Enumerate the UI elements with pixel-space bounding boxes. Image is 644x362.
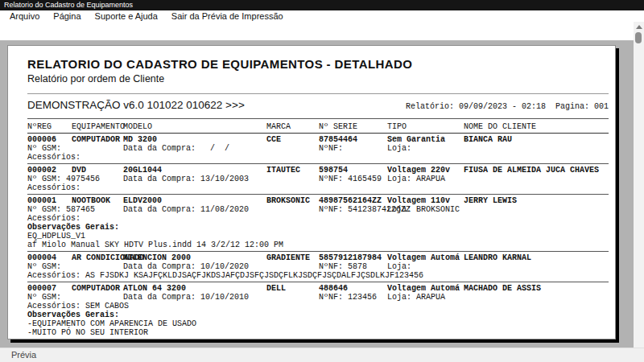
record-field: NºNF: 123456 [319,293,377,302]
record-field: NOOTBOOK [72,196,110,205]
record-field: Nº GSM: 587465 [27,205,95,214]
record-line: Acessórios: [27,183,609,192]
record-field: Loja: ARAPUA [387,175,445,183]
record-field: Loja: [387,144,411,153]
record-field: Loja: [387,262,411,271]
record-field: 87854464 [319,135,357,144]
record-field: DVD [72,166,86,175]
record-field: LEANDRO KARNAL [464,253,531,262]
record-field: FIUSA DE ALMEIDA JUCA CHAVES [464,166,599,175]
col-header-serie: Nº SERIE [319,122,357,131]
record-field: -EQUIPAMENTO COM APARENCIA DE USADO [27,319,196,328]
record-field: ATLON 64 3200 [123,284,186,293]
record-field: 5857912187984 [319,253,382,262]
record-line: 000006COMPUTADORMD 3200CCE87854464Sem Ga… [27,135,609,144]
record-line: Observações Gerais: [27,311,609,319]
col-header-reg: NºREG [27,122,52,131]
record-line: Acessórios: AS FJSDKJ KSAJFÇKLDJSAÇFJKDS… [27,271,609,280]
record-field: 48987562164ZZ [319,196,382,205]
window-titlebar: Relatorio do Cadastro de Equipamentos [0,0,644,10]
record-field: 000001 [27,196,56,205]
record-field: 000004 [27,253,56,262]
record-field: COMPUTADOR [72,135,120,144]
record-line: 000007COMPUTADORATLON 64 3200DELL488646V… [27,284,609,293]
col-header-equipamento: EQUIPAMENTO [72,122,125,131]
vertical-scrollbar[interactable] [634,22,644,348]
record-field: Data da Compra: 10/10/2010 [123,293,249,302]
record-field: Nº GSM: [27,293,61,302]
record-line: Nº GSM:Data da Compra: 10/10/2010NºNF: 1… [27,293,609,302]
record-field: NºNF: 5878 [319,262,367,271]
record-field: Data da Compra: 13/10/2003 [123,175,249,183]
record-field: GRADIENTE [266,253,310,262]
record-field: 000002 [27,166,56,175]
record-field: Data da Compra: / / [123,144,229,153]
record-field: XILENCION 2000 [123,253,191,262]
record-field: Nº GSM: [27,262,61,271]
record-field: Nº GSM: [27,144,61,153]
status-bar: Prévia [0,348,644,362]
toolbar: ✕ 1 Nº Zoom Nº da Página: Número Página:… [0,22,644,41]
record-field: ITAUTEC [266,166,300,175]
record-field: DELL [266,284,286,293]
record-field: 488646 [319,284,348,293]
scrollbar-thumb[interactable] [635,32,642,43]
record-line: Acessórios: [27,214,609,223]
demo-version-line: DEMONSTRAÇÃO v6.0 101022 010622 >>> [27,99,245,111]
menu-item-arquivo[interactable]: Arquivo [10,11,39,21]
record-row: 000004AR CONDICIONADOXILENCION 2000GRADI… [27,252,609,282]
record-line: Nº GSM: 587465Data da Compra: 11/08/2020… [27,205,609,214]
records-list: 000006COMPUTADORMD 3200CCE87854464Sem Ga… [27,133,609,339]
preview-pane: RELATORIO DO CADASTRO DE EQUIPAMENTOS - … [0,41,634,348]
record-field: 598754 [319,166,348,175]
col-header-cliente: NOME DO CLIENTE [464,122,536,131]
record-field: Nº GSM: 4975456 [27,175,100,183]
menu-item-pagina[interactable]: Página [53,11,80,21]
record-row: 000007COMPUTADORATLON 64 3200DELL488646V… [27,282,609,339]
col-header-tipo: TIPO [387,122,407,131]
menu-bar: Arquivo Página Suporte e Ajuda Sair da P… [0,10,644,22]
record-field: CCE [266,135,281,144]
report-subtitle: Relatório por ordem de Cliente [27,73,164,84]
record-line: 000002DVD20GL1044ITAUTEC598754Voltagem 2… [27,166,609,175]
record-field: COMPUTADOR [72,284,120,293]
record-line: 000001NOOTBOOKELDV2000BROKSONIC489875621… [27,196,609,205]
record-field: EQ_HDPLUS_V1 [27,232,85,241]
record-field: Acessórios: SEM CABOS [27,302,129,311]
record-line: EQ_HDPLUS_V1 [27,232,609,241]
scroll-up-icon[interactable] [636,25,642,29]
record-field: 20GL1044 [123,166,162,175]
report-title: RELATORIO DO CADASTRO DE EQUIPAMENTOS - … [27,57,412,71]
window-title: Relatorio do Cadastro de Equipamentos [4,1,133,9]
menu-item-suporte[interactable]: Suporte e Ajuda [95,11,158,21]
record-field: Observações Gerais: [27,311,119,319]
menu-item-sair-previa[interactable]: Sair da Prévia de Impressão [171,11,283,21]
record-line: Observações Gerais: [27,223,609,232]
table-header: NºREG EQUIPAMENTO MODELO MARCA Nº SERIE … [27,122,609,131]
record-field: NºNF: [319,144,343,153]
record-field: Observações Gerais: [27,223,119,232]
record-line: -MUITO PÓ NO SEU INTERIOR [27,328,609,337]
record-line: Acessórios: SEM CABOS [27,302,609,311]
record-field: Loja: BROKSONIC [387,205,460,214]
record-row: 000001NOOTBOOKELDV2000BROKSONIC489875621… [27,195,609,252]
record-field: Acessórios: [27,153,80,162]
record-row: 000006COMPUTADORMD 3200CCE87854464Sem Ga… [27,134,609,164]
record-field: Voltagem 220v [387,166,450,175]
col-header-modelo: MODELO [123,122,152,131]
record-line: 000004AR CONDICIONADOXILENCION 2000GRADI… [27,253,609,262]
record-field: Data da Compra: 10/10/2020 [123,262,249,271]
divider [27,118,609,119]
record-field: Loja: ARAPUA [387,293,445,302]
record-line: af Miolo Manual SKY HDTV Plus.indd 14 3/… [27,241,609,249]
record-field: Voltagem 110v [387,196,450,205]
report-meta-line: Relatório: 09/09/2023 - 02:18 Pagina: 00… [406,102,609,111]
record-field: Acessórios: AS FJSDKJ KSAJFÇKLDJSAÇFJKDS… [27,271,423,280]
record-field: Acessórios: [27,183,80,192]
record-field: 000007 [27,284,56,293]
record-line: -EQUIPAMENTO COM APARENCIA DE USADO [27,319,609,328]
report-page: RELATORIO DO CADASTRO DE EQUIPAMENTOS - … [7,45,616,339]
record-field: BIANCA RAU [464,135,512,144]
divider [27,93,609,94]
record-field: Voltagem Automá [387,284,460,293]
